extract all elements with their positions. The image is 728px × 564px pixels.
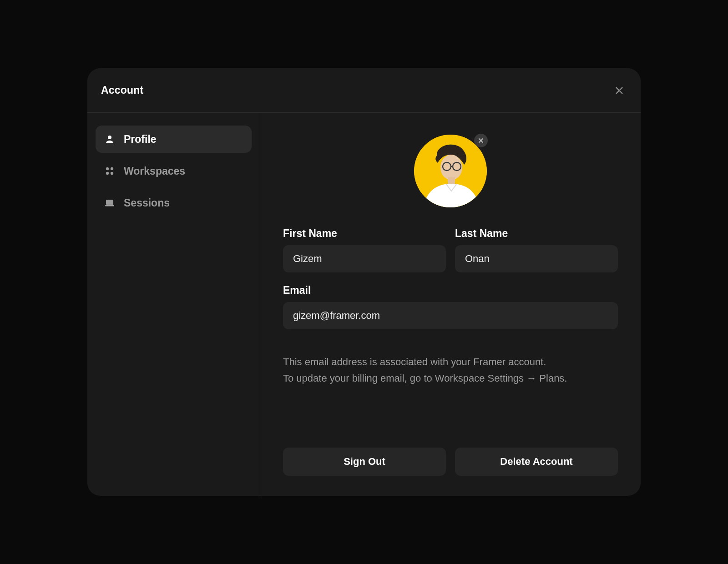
close-icon [614,86,624,96]
sidebar-item-workspaces[interactable]: Workspaces [96,157,252,185]
last-name-field: Last Name [455,227,618,272]
sidebar: Profile Workspaces [87,113,260,496]
avatar-container [414,135,487,207]
svg-point-6 [111,172,113,175]
last-name-label: Last Name [455,227,618,240]
email-help-line: To update your billing email, go to Work… [283,370,618,386]
email-help-line: This email address is associated with yo… [283,354,618,370]
action-row: Sign Out Delete Account [283,448,618,476]
last-name-input[interactable] [455,245,618,272]
first-name-field: First Name [283,227,446,272]
close-icon [478,137,484,144]
sidebar-item-label: Sessions [124,197,170,209]
first-name-input[interactable] [283,245,446,272]
svg-point-3 [106,167,109,170]
grid-icon [104,165,116,177]
sign-out-button[interactable]: Sign Out [283,448,446,476]
delete-account-button[interactable]: Delete Account [455,448,618,476]
account-modal: Account Profile [87,68,641,496]
profile-panel: First Name Last Name Email This email ad… [260,113,641,496]
modal-header: Account [87,68,641,113]
avatar-remove-button[interactable] [474,134,488,147]
svg-point-2 [108,136,111,139]
email-label: Email [283,284,618,297]
sidebar-item-profile[interactable]: Profile [96,126,252,153]
person-icon [104,133,116,145]
modal-title: Account [101,84,143,96]
sidebar-item-label: Profile [124,133,157,146]
sidebar-item-sessions[interactable]: Sessions [96,189,252,217]
email-field: Email [283,284,618,346]
close-button[interactable] [612,83,627,98]
svg-rect-7 [106,200,113,205]
modal-body: Profile Workspaces [87,113,641,496]
sidebar-item-label: Workspaces [124,165,185,177]
email-help-text: This email address is associated with yo… [283,354,618,386]
svg-point-4 [111,167,113,170]
first-name-label: First Name [283,227,446,240]
email-input[interactable] [283,302,618,329]
svg-rect-14 [448,177,455,184]
laptop-icon [104,197,116,209]
svg-rect-8 [105,205,114,206]
svg-point-5 [106,172,109,175]
